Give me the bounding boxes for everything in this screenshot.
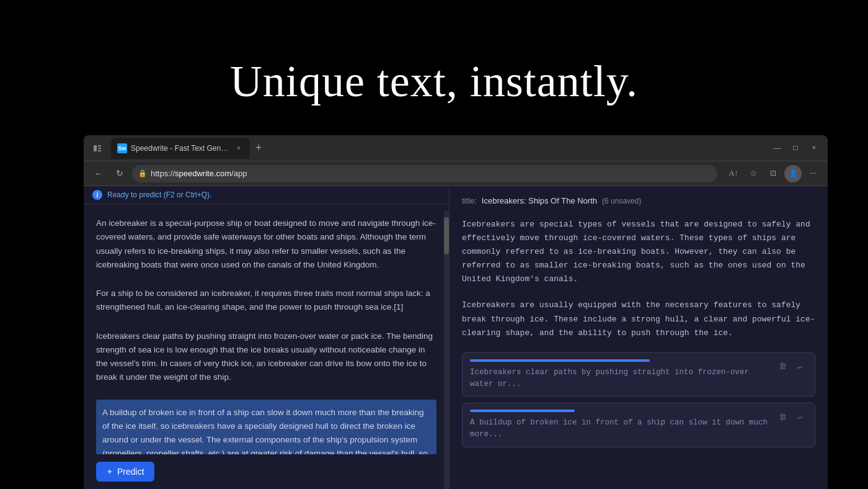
favorites-btn[interactable]: ☆ [745,165,762,182]
suggestion-actions-1: 🗑 ↵ [775,359,807,374]
toolbar-icons: A↑ ☆ ⊡ 👤 ··· [725,165,822,182]
suggestion-text-2: A buildup of broken ice in front of a sh… [470,417,770,441]
read-aloud-btn[interactable]: A↑ [725,165,742,182]
suggestion-bar-2 [470,410,575,412]
doc-body-paragraph-2: Icebreakers are usually equipped with th… [462,298,815,339]
speedwrite-tab[interactable]: Sw Speedwrite - Fast Text Generator × [111,138,250,159]
suggestion-accept-btn-1[interactable]: ↵ [792,359,807,374]
hero-title: Unique text, instantly. [0,56,868,107]
tab-close-btn[interactable]: × [234,143,244,153]
svg-rect-3 [98,150,101,151]
suggestion-card-1-inner: Icebreakers clear paths by pushing strai… [470,359,770,390]
browser-window: Sw Speedwrite - Fast Text Generator × + … [84,135,828,489]
svg-rect-2 [98,148,101,149]
minimize-button[interactable]: — [768,140,786,157]
new-tab-button[interactable]: + [250,140,267,157]
lock-icon: 🔒 [138,169,147,177]
paragraph-3: Icebreakers clear paths by pushing strai… [96,330,436,385]
suggestion-actions-2: 🗑 ↵ [775,410,807,424]
info-bar: i Ready to predict (F2 or Ctrl+Q). [84,186,449,204]
back-button[interactable]: ← [90,165,107,182]
left-panel: i Ready to predict (F2 or Ctrl+Q). An ic… [84,186,450,489]
left-panel-content: An icebreaker is a special-purpose ship … [84,204,449,454]
info-icon: i [92,190,102,200]
scrollbar[interactable] [444,211,449,489]
tab-bar: Sw Speedwrite - Fast Text Generator × + [111,138,768,159]
predict-button[interactable]: ✦ Predict [96,462,154,482]
svg-rect-1 [98,145,101,146]
predict-label: Predict [117,467,144,477]
suggestion-card-2-inner: A buildup of broken ice in front of a sh… [470,410,770,441]
more-options-btn[interactable]: ··· [804,165,822,182]
paragraph-4-highlighted: A buildup of broken ice in front of a sh… [96,400,436,454]
collections-btn[interactable]: ⊡ [764,165,782,182]
suggestion-bar-1 [470,359,650,362]
predict-icon: ✦ [106,467,113,477]
scroll-thumb[interactable] [444,217,449,254]
info-bar-message: Ready to predict (F2 or Ctrl+Q). [107,191,211,199]
profile-btn[interactable]: 👤 [784,165,802,182]
suggestion-delete-btn-2[interactable]: 🗑 [775,410,790,424]
paragraph-1: An icebreaker is a special-purpose ship … [96,217,436,272]
address-url: https://speedwrite.com/app [151,169,247,178]
browser-chrome: Sw Speedwrite - Fast Text Generator × + … [84,135,828,161]
address-bar-row: ← ↻ 🔒 https://speedwrite.com/app A↑ ☆ ⊡ … [84,161,828,186]
maximize-button[interactable]: □ [787,140,804,157]
doc-body-paragraph-1: Icebreakers are special types of vessels… [462,218,815,286]
tab-title: Speedwrite - Fast Text Generator [131,144,230,153]
suggestion-delete-btn-1[interactable]: 🗑 [775,359,790,374]
doc-title-value: Icebreakers: Ships Of The North [482,196,597,205]
refresh-button[interactable]: ↻ [111,165,128,182]
address-bar[interactable]: 🔒 https://speedwrite.com/app [132,165,717,182]
suggestion-accept-btn-2[interactable]: ↵ [792,410,807,424]
window-controls: — □ × [768,140,823,157]
sidebar-toggle-btn[interactable] [89,140,106,157]
svg-rect-0 [94,145,97,151]
right-panel: title: Icebreakers: Ships Of The North (… [450,186,828,489]
close-button[interactable]: × [805,140,823,157]
suggestion-card-2: A buildup of broken ice in front of a sh… [462,403,815,447]
suggestion-text-1: Icebreakers clear paths by pushing strai… [470,367,770,390]
paragraph-2: For a ship to be considered an icebreake… [96,287,436,315]
doc-title-label: title: [462,196,477,205]
doc-title-row: title: Icebreakers: Ships Of The North (… [462,196,815,205]
suggestion-card-1: Icebreakers clear paths by pushing strai… [462,352,815,397]
tab-favicon: Sw [117,143,127,153]
app-content: i Ready to predict (F2 or Ctrl+Q). An ic… [84,186,828,489]
browser-left-controls [89,140,106,157]
doc-unsaved-count: (6 unsaved) [602,197,641,205]
